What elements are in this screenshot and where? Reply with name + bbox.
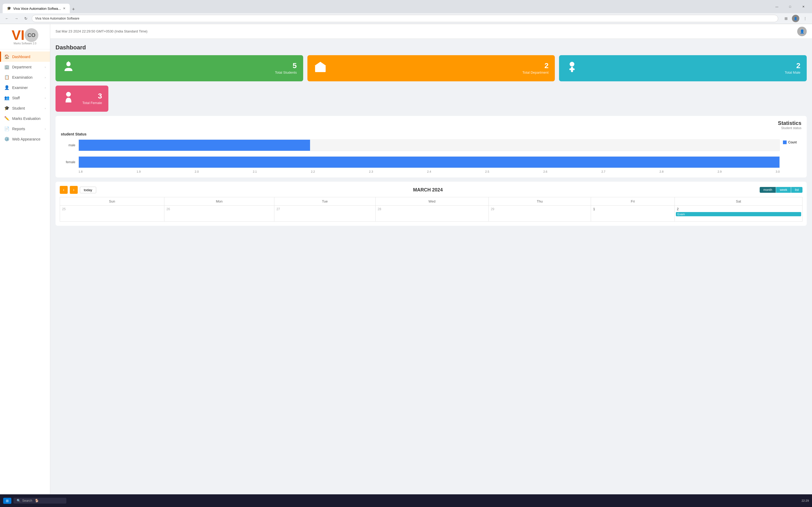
calendar-section: ‹ › today MARCH 2024 month week list Sun [55,182,807,226]
sidebar-item-examiner[interactable]: 👤 Examiner › [0,82,50,93]
chevron-right-icon-student: › [45,107,46,110]
menu-button[interactable]: ⋮ [801,15,809,22]
calendar-days-header: Sun Mon Tue Wed Thu Fri Sat [60,197,803,206]
forward-button[interactable]: → [13,15,20,22]
cal-day-sun: Sun [60,197,164,206]
nav-label-marks: Marks Evaluation [12,116,46,121]
window-controls: — □ ✕ [771,2,809,11]
female-icon [62,91,75,106]
calendar-view-buttons: month week list [760,187,803,193]
statistics-subtitle: Student status [61,126,801,130]
stat-card-students: 5 Total Students [55,55,303,81]
cal-next-button[interactable]: › [70,186,78,194]
sidebar-item-web-appearance[interactable]: ⚙️ Web Appearance [0,134,50,144]
sidebar-nav: 🏠 Dashboard 🏢 Department › 📋 Examination… [0,49,50,507]
bar-track-male [79,139,780,151]
start-button[interactable]: ⊞ [3,498,11,504]
students-info: 5 Total Students [275,62,297,74]
sidebar-item-reports[interactable]: 📄 Reports › [0,124,50,134]
chart-main: male female [61,139,780,173]
profile-button[interactable]: 👤 [792,15,799,22]
nav-label-department: Department [12,65,42,69]
reload-button[interactable]: ↻ [22,15,30,22]
sidebar: VI CO Marks Software 2.0 🏠 Dashboard [0,24,50,507]
svg-marker-2 [67,61,70,63]
sidebar-item-examination[interactable]: 📋 Examination › [0,72,50,82]
cal-day-wed: Wed [375,197,489,206]
active-tab[interactable]: 🎓 Viva Voce Automation Softwa... ✕ [3,4,70,13]
stat-card-male: 2 Total Male [559,55,807,81]
taskbar-search-box[interactable]: 🔍 Search 🐕 [13,498,66,504]
logo-co-area: CO [24,28,38,42]
logo-vi: VI [12,28,24,42]
female-info: 3 Total Female [83,93,102,105]
department-info: 2 Total Department [522,62,549,74]
x-tick-9: 2.6 [543,170,547,173]
marks-icon: ✏️ [4,116,9,121]
sidebar-item-department[interactable]: 🏢 Department › [0,62,50,72]
minimize-button[interactable]: — [771,2,783,11]
list-item: 1 [591,206,674,222]
cal-today-button[interactable]: today [80,187,96,193]
browser-tabs: 🎓 Viva Voce Automation Softwa... ✕ + [3,0,769,13]
search-icon: 🔍 [17,499,20,503]
chevron-right-icon-examiner: › [45,86,46,89]
chevron-right-icon-staff: › [45,96,46,100]
x-tick-5: 2.2 [311,170,315,173]
nav-label-examination: Examination [12,75,42,79]
close-button[interactable]: ✕ [797,2,809,11]
x-tick-11: 2.8 [659,170,663,173]
x-tick-2: 1.9 [137,170,141,173]
sidebar-item-dashboard[interactable]: 🏠 Dashboard [0,52,50,62]
sidebar-item-student[interactable]: 🎓 Student › [0,103,50,113]
chart-wrapper: student Status male [61,132,801,173]
cal-day-mon: Mon [164,197,274,206]
department-count: 2 [522,62,549,69]
header-right: 👤 [797,27,807,36]
extensions-button[interactable]: ⊞ [782,15,790,22]
students-icon [62,60,75,76]
calendar-month-title: MARCH 2024 [98,187,758,193]
reports-icon: 📄 [4,126,9,131]
female-count: 3 [83,93,102,100]
address-bar-row: ← → ↻ ⊞ 👤 ⋮ [0,13,812,24]
x-tick-3: 2.0 [195,170,199,173]
app-layout: VI CO Marks Software 2.0 🏠 Dashboard [0,24,812,507]
chevron-right-icon: › [45,65,46,69]
tab-close-button[interactable]: ✕ [63,7,65,10]
taskbar-right: 22:29 [801,499,809,502]
address-bar-right: ⊞ 👤 ⋮ [782,15,809,22]
logo-subtitle: Marks Software 2.0 [13,42,36,45]
cal-view-list[interactable]: list [791,187,803,193]
active-indicator [0,52,1,62]
chart-body: male female [61,139,801,173]
sidebar-item-marks-evaluation[interactable]: ✏️ Marks Evaluation [0,113,50,124]
svg-marker-7 [314,62,326,66]
department-stat-icon [314,60,327,76]
address-input[interactable] [32,15,778,22]
cal-view-month[interactable]: month [760,187,776,193]
list-item: 26 [164,206,274,222]
new-tab-button[interactable]: + [70,6,77,13]
back-button[interactable]: ← [3,15,11,22]
calendar-event-exam[interactable]: Exam [676,212,801,216]
chart-title: student Status [61,132,801,136]
maximize-button[interactable]: □ [784,2,796,11]
logo-image: VI CO [12,28,38,42]
cal-day-sat: Sat [674,197,802,206]
list-item: 25 [60,206,164,222]
students-count: 5 [275,62,297,69]
legend-label-count: Count [788,140,797,144]
male-info: 2 Total Male [785,62,800,74]
taskbar-search-mascot: 🐕 [35,499,39,503]
cal-prev-button[interactable]: ‹ [60,186,68,194]
main-area: Sat Mar 23 2024 22:29:50 GMT+0530 (India… [50,24,812,507]
svg-point-9 [570,62,574,66]
bar-track-female [79,156,780,168]
male-icon [565,60,578,76]
page-title: Dashboard [55,44,807,51]
user-avatar[interactable]: 👤 [797,27,807,36]
sidebar-item-staff[interactable]: 👥 Staff › [0,93,50,103]
statistics-header: Statistics Student status [61,120,801,130]
cal-view-week[interactable]: week [776,187,791,193]
